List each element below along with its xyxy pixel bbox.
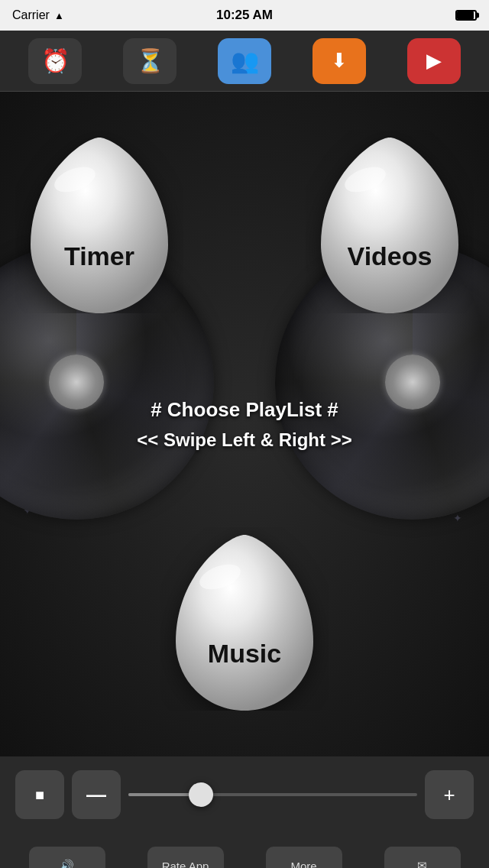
progress-slider[interactable] — [128, 793, 417, 796]
minus-button[interactable]: — — [72, 770, 121, 819]
plus-icon: + — [443, 783, 455, 807]
status-right — [455, 10, 477, 21]
volume-button[interactable]: 🔊 — [29, 847, 105, 868]
main-content: ✦ ✦ ✦ ✦ ✦ ✦ ✦ ✦ ✦ ✦ ✦ ✦ ✦ ✦ ✦ ✦ ✦ ✦ ✦ ✦ … — [0, 92, 489, 756]
controls-bar: ■ — + — [0, 756, 489, 833]
videos-bubble[interactable]: Videos — [306, 130, 474, 313]
more-label: More — [290, 860, 316, 869]
battery-icon — [455, 10, 477, 21]
toolbar-group-button[interactable]: 👥 — [218, 38, 271, 84]
toolbar-download-button[interactable]: ⬇ — [313, 38, 366, 84]
group-icon: 👥 — [231, 47, 259, 74]
slider-thumb[interactable] — [189, 782, 213, 807]
toolbar-alarm-button[interactable]: ⏰ — [28, 38, 82, 84]
status-bar: Carrier ▲ 10:25 AM — [0, 0, 489, 31]
video-icon: ▶ — [426, 49, 442, 73]
volume-icon: 🔊 — [60, 859, 74, 868]
battery-fill — [457, 11, 474, 19]
carrier-label: Carrier ▲ — [12, 8, 64, 22]
stop-button[interactable]: ■ — [15, 770, 64, 819]
timer-bubble-shape — [15, 130, 183, 313]
slider-track — [128, 793, 417, 796]
toolbar-video-button[interactable]: ▶ — [407, 38, 461, 84]
carrier-text: Carrier — [12, 8, 50, 22]
timer-bubble-label: Timer — [64, 241, 134, 271]
toolbar: ⏰ ⏳ 👥 ⬇ ▶ — [0, 31, 489, 92]
minus-icon: — — [86, 783, 106, 807]
email-button[interactable]: ✉ — [384, 847, 461, 868]
hourglass-icon: ⏳ — [136, 47, 164, 74]
music-bubble-shape — [160, 527, 329, 711]
stop-icon: ■ — [35, 786, 44, 804]
toolbar-timer-button[interactable]: ⏳ — [123, 38, 176, 84]
bottom-bar: 🔊 Rate App More ✉ — [0, 833, 489, 868]
rate-app-label: Rate App — [162, 860, 209, 869]
videos-bubble-label: Videos — [348, 241, 432, 271]
videos-bubble-shape — [306, 130, 474, 313]
alarm-icon: ⏰ — [41, 47, 70, 74]
download-icon: ⬇ — [331, 49, 348, 73]
timer-bubble[interactable]: Timer — [15, 130, 183, 313]
email-icon: ✉ — [417, 859, 427, 868]
more-button[interactable]: More — [266, 847, 342, 868]
music-bubble-label: Music — [208, 639, 281, 669]
plus-button[interactable]: + — [425, 770, 474, 819]
rate-app-button[interactable]: Rate App — [147, 847, 224, 868]
wifi-icon: ▲ — [54, 10, 64, 21]
music-bubble[interactable]: Music — [160, 527, 329, 711]
time-label: 10:25 AM — [216, 8, 273, 23]
